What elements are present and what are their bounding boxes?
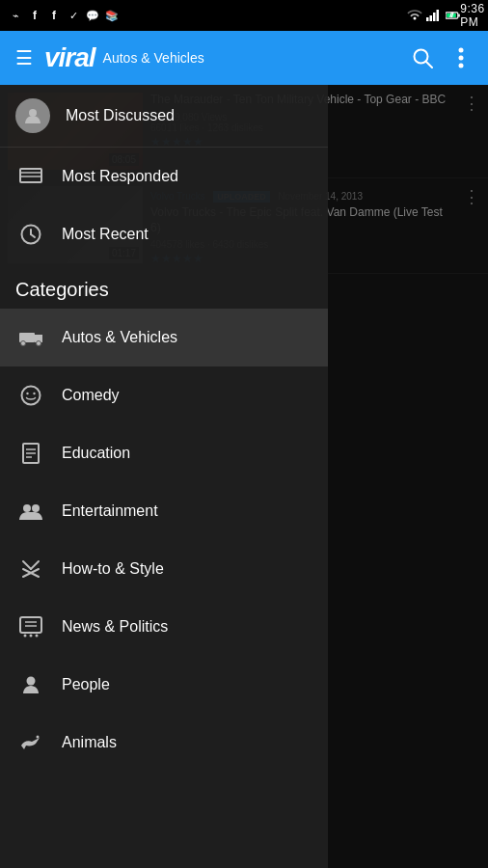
svg-point-40 — [30, 635, 33, 637]
svg-point-32 — [23, 504, 31, 512]
drawer-item-entertainment[interactable]: Entertainment — [0, 482, 328, 540]
animals-label: Animals — [62, 734, 117, 751]
signal-icon — [426, 8, 442, 23]
overlay-dim[interactable] — [328, 85, 488, 868]
app-bar: ☰ viral Autos & Vehicles — [0, 31, 488, 85]
chat-icon: 💬 — [85, 8, 100, 23]
comedy-icon — [15, 380, 46, 411]
svg-point-25 — [22, 387, 41, 405]
svg-point-11 — [459, 48, 464, 53]
comedy-label: Comedy — [62, 387, 120, 404]
people-icon — [15, 669, 46, 700]
drawer-item-most-recent[interactable]: Most Recent — [0, 205, 328, 263]
svg-rect-0 — [426, 17, 429, 21]
news-icon — [15, 611, 46, 642]
status-bar-left-icons: ⌁ f f ✓ 💬 📚 — [8, 8, 120, 23]
drawer-item-autos[interactable]: Autos & Vehicles — [0, 309, 328, 366]
svg-point-24 — [37, 341, 41, 346]
facebook2-icon: f — [46, 8, 62, 23]
categories-header: Categories — [0, 263, 328, 309]
drawer-item-animals[interactable]: Animals — [0, 714, 328, 772]
howto-style-label: How-to & Style — [62, 560, 164, 578]
status-bar-right-icons: 9:36 PM — [407, 8, 480, 23]
howto-icon — [15, 554, 46, 584]
respond-icon — [15, 161, 46, 192]
news-politics-label: News & Politics — [62, 618, 168, 636]
svg-line-34 — [23, 561, 31, 569]
svg-rect-15 — [20, 169, 41, 182]
status-bar: ⌁ f f ✓ 💬 📚 — [0, 0, 488, 31]
time-display: 9:36 PM — [465, 8, 480, 23]
svg-point-13 — [459, 64, 464, 68]
education-icon — [15, 438, 46, 469]
autos-vehicles-label: Autos & Vehicles — [62, 329, 177, 346]
app-logo: viral — [44, 42, 95, 73]
svg-rect-1 — [430, 15, 433, 21]
education-label: Education — [62, 445, 130, 462]
check-icon: ✓ — [66, 8, 81, 23]
svg-point-23 — [21, 341, 26, 346]
svg-point-14 — [29, 109, 37, 117]
entertainment-icon — [15, 496, 46, 527]
svg-rect-3 — [437, 10, 440, 21]
svg-line-10 — [426, 62, 433, 68]
svg-rect-2 — [433, 13, 436, 21]
app-bar-title: Autos & Vehicles — [103, 50, 399, 66]
svg-point-27 — [33, 393, 35, 394]
drawer-item-comedy[interactable]: Comedy — [0, 366, 328, 424]
most-responded-label: Most Responded — [62, 168, 178, 185]
navigation-drawer: Most Discussed Most Responded Most Recen… — [0, 85, 328, 868]
facebook-icon: f — [27, 8, 42, 23]
usb-icon: ⌁ — [8, 8, 23, 23]
drawer-item-howto[interactable]: How-to & Style — [0, 540, 328, 598]
most-discussed-label: Most Discussed — [66, 107, 175, 124]
svg-point-12 — [459, 56, 464, 61]
more-options-button[interactable] — [446, 42, 476, 73]
svg-line-20 — [31, 234, 35, 237]
svg-rect-38 — [20, 617, 41, 633]
battery-icon — [446, 8, 461, 23]
svg-point-45 — [37, 736, 40, 739]
drawer-item-most-discussed[interactable]: Most Discussed — [0, 85, 328, 148]
most-recent-label: Most Recent — [62, 226, 149, 243]
hamburger-menu-button[interactable]: ☰ — [12, 42, 37, 73]
books-icon: 📚 — [104, 8, 120, 23]
svg-point-39 — [24, 635, 27, 637]
people-label: People — [62, 676, 110, 693]
entertainment-label: Entertainment — [62, 502, 158, 520]
drawer-item-news[interactable]: News & Politics — [0, 598, 328, 656]
svg-point-26 — [26, 393, 28, 394]
svg-point-41 — [36, 635, 39, 637]
drawer-item-education[interactable]: Education — [0, 424, 328, 482]
app-bar-actions — [407, 42, 476, 73]
truck-icon — [15, 322, 46, 353]
drawer-item-most-responded[interactable]: Most Responded — [0, 148, 328, 205]
clock-icon — [15, 219, 46, 250]
search-button[interactable] — [407, 42, 438, 73]
svg-point-44 — [27, 677, 36, 686]
svg-point-33 — [32, 504, 40, 512]
wifi-icon — [407, 8, 422, 23]
animals-icon — [15, 727, 46, 758]
drawer-item-people[interactable]: People — [0, 656, 328, 714]
svg-line-35 — [31, 561, 39, 569]
avatar-icon — [15, 98, 50, 133]
